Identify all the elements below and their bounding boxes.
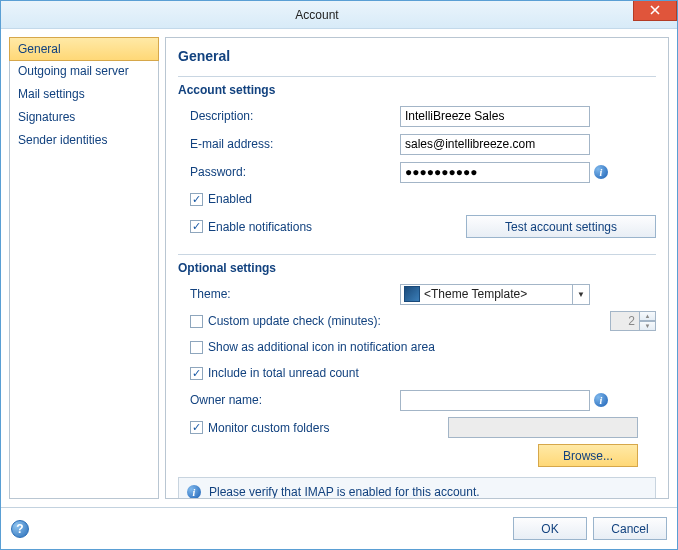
email-input[interactable]	[400, 134, 590, 155]
notifications-checkbox[interactable]	[190, 220, 203, 233]
password-label: Password:	[190, 165, 400, 179]
info-icon[interactable]: i	[594, 165, 608, 179]
owner-input[interactable]	[400, 390, 590, 411]
account-settings-section: Account settings Description: E-mail add…	[178, 76, 656, 244]
additional-icon-label: Show as additional icon in notification …	[208, 340, 435, 354]
ok-button[interactable]: OK	[513, 517, 587, 540]
browse-button[interactable]: Browse...	[538, 444, 638, 467]
sidebar-item-outgoing[interactable]: Outgoing mail server	[10, 60, 158, 83]
spinner-up-button[interactable]: ▲	[640, 311, 656, 321]
monitor-folders-path	[448, 417, 638, 438]
enabled-row: Enabled	[178, 189, 656, 209]
account-window: Account General Outgoing mail server Mai…	[0, 0, 678, 550]
custom-update-checkbox[interactable]	[190, 315, 203, 328]
notifications-label: Enable notifications	[208, 220, 312, 234]
enabled-label: Enabled	[208, 192, 252, 206]
theme-value: <Theme Template>	[423, 287, 572, 301]
custom-update-spinner: ▲ ▼	[610, 311, 656, 331]
monitor-folders-row: Monitor custom folders	[178, 417, 656, 438]
custom-update-value	[610, 311, 640, 331]
unread-count-row: Include in total unread count	[178, 363, 656, 383]
email-row: E-mail address:	[178, 133, 656, 155]
sidebar-item-signatures[interactable]: Signatures	[10, 106, 158, 129]
sidebar-item-label: Outgoing mail server	[18, 64, 129, 78]
help-button[interactable]: ?	[11, 520, 29, 538]
info-icon: i	[187, 485, 201, 499]
cancel-button[interactable]: Cancel	[593, 517, 667, 540]
banner-text-wrap: Please verify that IMAP is enabled for t…	[209, 484, 480, 499]
main-area: General Outgoing mail server Mail settin…	[1, 29, 677, 507]
theme-row: Theme: <Theme Template> ▼	[178, 283, 656, 305]
theme-select[interactable]: <Theme Template> ▼	[400, 284, 590, 305]
enabled-checkbox[interactable]	[190, 193, 203, 206]
email-label: E-mail address:	[190, 137, 400, 151]
additional-icon-row: Show as additional icon in notification …	[178, 337, 656, 357]
imap-info-banner: i Please verify that IMAP is enabled for…	[178, 477, 656, 499]
optional-settings-section: Optional settings Theme: <Theme Template…	[178, 254, 656, 467]
banner-text: Please verify that IMAP is enabled for t…	[209, 485, 480, 499]
section-title: Optional settings	[178, 261, 656, 275]
password-row: Password: i	[178, 161, 656, 183]
custom-update-row: Custom update check (minutes): ▲ ▼	[178, 311, 656, 331]
sidebar-item-label: General	[18, 42, 61, 56]
section-title: Account settings	[178, 83, 656, 97]
description-label: Description:	[190, 109, 400, 123]
theme-label: Theme:	[190, 287, 400, 301]
password-input[interactable]	[400, 162, 590, 183]
bottom-bar: ? OK Cancel	[1, 507, 677, 549]
unread-count-label: Include in total unread count	[208, 366, 359, 380]
sidebar-item-sender-identities[interactable]: Sender identities	[10, 129, 158, 152]
panel-heading: General	[178, 48, 656, 64]
spinner-down-button[interactable]: ▼	[640, 321, 656, 331]
notifications-row: Enable notifications Test account settin…	[178, 215, 656, 238]
unread-count-checkbox[interactable]	[190, 367, 203, 380]
monitor-folders-checkbox[interactable]	[190, 421, 203, 434]
window-title: Account	[1, 8, 633, 22]
titlebar: Account	[1, 1, 677, 29]
close-icon	[650, 5, 660, 15]
chevron-down-icon: ▼	[572, 285, 589, 304]
owner-row: Owner name: i	[178, 389, 656, 411]
close-button[interactable]	[633, 1, 677, 21]
description-row: Description:	[178, 105, 656, 127]
info-icon[interactable]: i	[594, 393, 608, 407]
general-panel: General Account settings Description: E-…	[165, 37, 669, 499]
sidebar-item-label: Sender identities	[18, 133, 107, 147]
sidebar-item-label: Signatures	[18, 110, 75, 124]
description-input[interactable]	[400, 106, 590, 127]
custom-update-label: Custom update check (minutes):	[208, 314, 381, 328]
sidebar-item-label: Mail settings	[18, 87, 85, 101]
sidebar: General Outgoing mail server Mail settin…	[9, 37, 159, 499]
owner-label: Owner name:	[190, 393, 400, 407]
sidebar-item-general[interactable]: General	[9, 37, 159, 61]
sidebar-item-mail-settings[interactable]: Mail settings	[10, 83, 158, 106]
monitor-folders-label: Monitor custom folders	[208, 421, 329, 435]
test-account-button[interactable]: Test account settings	[466, 215, 656, 238]
additional-icon-checkbox[interactable]	[190, 341, 203, 354]
theme-swatch-icon	[404, 286, 420, 302]
